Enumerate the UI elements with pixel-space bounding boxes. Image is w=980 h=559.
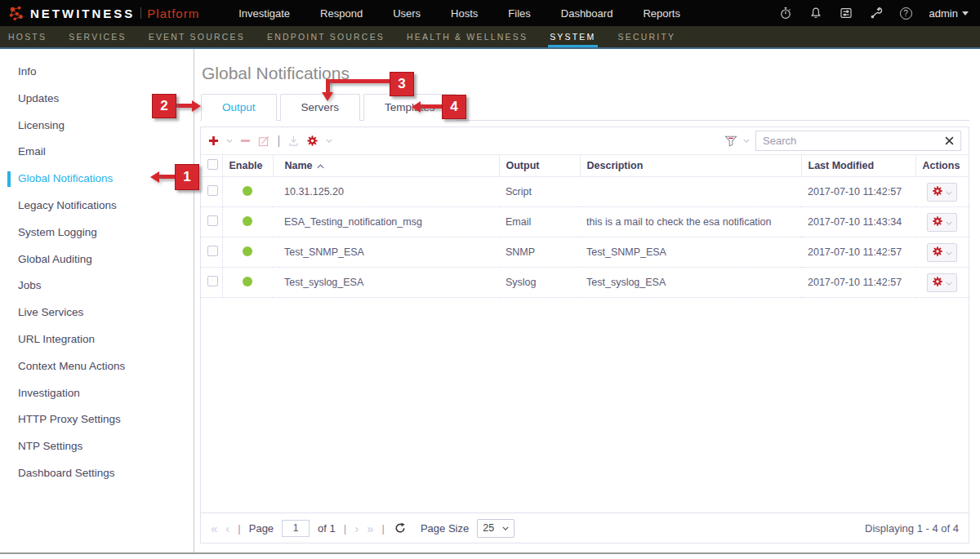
column-header-output[interactable]: Output bbox=[499, 155, 580, 177]
sidebar-item-ntp-settings[interactable]: NTP Settings bbox=[0, 433, 194, 460]
filter-chevron-icon[interactable] bbox=[743, 139, 750, 143]
menu-investigate[interactable]: Investigate bbox=[238, 7, 290, 20]
jobs-panel-icon[interactable] bbox=[840, 7, 853, 20]
subnav-health-wellness[interactable]: HEALTH & WELLNESS bbox=[407, 26, 528, 47]
gear-dropdown-chevron-icon[interactable] bbox=[326, 139, 332, 143]
chevron-down-icon bbox=[946, 246, 952, 258]
delete-button bbox=[240, 135, 251, 146]
user-name: admin bbox=[929, 7, 958, 20]
sidebar-item-legacy-notifications[interactable]: Legacy Notifications bbox=[0, 193, 194, 220]
subnav-hosts[interactable]: HOSTS bbox=[8, 26, 47, 47]
subnav-endpoint-sources[interactable]: ENDPOINT SOURCES bbox=[267, 26, 385, 47]
main-content: Global Notifications Output Servers Temp… bbox=[194, 49, 980, 552]
sidebar-item-dashboard-settings[interactable]: Dashboard Settings bbox=[0, 460, 194, 487]
column-header-enable[interactable]: Enable bbox=[222, 155, 273, 177]
add-button[interactable] bbox=[208, 135, 219, 146]
menu-respond[interactable]: Respond bbox=[320, 7, 363, 20]
table-row[interactable]: Test_SNMP_ESA SNMP Test_SNMP_ESA 2017-07… bbox=[201, 237, 969, 268]
edit-button bbox=[258, 135, 270, 147]
page-of-label: of 1 bbox=[318, 522, 336, 535]
help-icon[interactable]: ? bbox=[900, 7, 912, 20]
menu-dashboard[interactable]: Dashboard bbox=[561, 7, 613, 20]
table-row[interactable]: 10.31.125.20 Script 2017-07-10 11:42:57 bbox=[201, 177, 969, 207]
sidebar-item-global-notifications[interactable]: Global Notifications bbox=[0, 166, 194, 193]
user-menu[interactable]: admin bbox=[929, 7, 969, 20]
column-header-actions[interactable]: Actions bbox=[915, 155, 969, 177]
sidebar-item-live-services[interactable]: Live Services bbox=[0, 299, 194, 326]
sidebar-item-global-auditing[interactable]: Global Auditing bbox=[0, 246, 194, 273]
refresh-icon[interactable] bbox=[394, 522, 406, 534]
brand-divider bbox=[140, 7, 141, 19]
sort-asc-icon bbox=[317, 164, 324, 169]
menu-hosts[interactable]: Hosts bbox=[451, 7, 478, 20]
timer-icon[interactable] bbox=[779, 7, 792, 20]
search-input[interactable] bbox=[763, 135, 940, 147]
next-page-button: › bbox=[354, 522, 359, 535]
cell-name: Test_syslog_ESA bbox=[273, 268, 499, 298]
prev-page-button: ‹ bbox=[225, 522, 229, 535]
row-checkbox[interactable] bbox=[207, 185, 218, 196]
sidebar-item-info[interactable]: Info bbox=[0, 59, 194, 86]
sidebar-item-system-logging[interactable]: System Logging bbox=[0, 220, 194, 246]
page-size-label: Page Size bbox=[421, 522, 469, 535]
gear-icon bbox=[932, 246, 943, 260]
cell-last-modified: 2017-07-10 11:43:34 bbox=[801, 207, 915, 237]
sidebar-item-investigation[interactable]: Investigation bbox=[0, 380, 194, 407]
cell-name: Test_SNMP_ESA bbox=[273, 237, 499, 268]
sidebar-item-email[interactable]: Email bbox=[0, 139, 194, 166]
subnav-system[interactable]: SYSTEM bbox=[550, 26, 595, 47]
column-header-description[interactable]: Description bbox=[580, 155, 801, 177]
add-dropdown-chevron-icon[interactable] bbox=[226, 139, 233, 143]
table-row[interactable]: Test_syslog_ESA Syslog Test_syslog_ESA 2… bbox=[201, 268, 969, 298]
cell-description: Test_syslog_ESA bbox=[580, 268, 801, 298]
table-row[interactable]: ESA_Testing_notification_msg Email this … bbox=[201, 207, 969, 237]
sidebar-item-url-integration[interactable]: URL Integration bbox=[0, 326, 194, 353]
row-actions-gear-button[interactable] bbox=[927, 183, 957, 202]
netwitness-logo-icon bbox=[8, 5, 24, 21]
row-checkbox[interactable] bbox=[207, 215, 218, 226]
subnav-services[interactable]: SERVICES bbox=[69, 26, 127, 47]
row-checkbox[interactable] bbox=[207, 276, 218, 286]
sidebar-item-jobs[interactable]: Jobs bbox=[0, 273, 194, 299]
pager-separator: | bbox=[382, 522, 385, 535]
tab-servers[interactable]: Servers bbox=[280, 94, 361, 121]
callout-4-badge: 4 bbox=[442, 95, 466, 119]
window-bottom-border bbox=[0, 552, 980, 559]
menu-reports[interactable]: Reports bbox=[643, 7, 680, 20]
filter-funnel-icon[interactable] bbox=[724, 135, 737, 147]
column-header-name[interactable]: Name bbox=[273, 155, 499, 177]
page-label: Page bbox=[249, 522, 274, 535]
clear-search-icon[interactable] bbox=[945, 136, 954, 145]
select-all-checkbox[interactable] bbox=[207, 159, 218, 170]
row-checkbox[interactable] bbox=[207, 246, 218, 256]
netwitness-logo[interactable]: NETWITNESS Platform bbox=[8, 5, 199, 21]
enabled-indicator bbox=[243, 277, 252, 286]
displaying-count: Displaying 1 - 4 of 4 bbox=[865, 522, 959, 535]
row-actions-gear-button[interactable] bbox=[927, 243, 957, 262]
top-right-controls: ? admin bbox=[779, 7, 980, 20]
cell-last-modified: 2017-07-10 11:42:57 bbox=[801, 177, 915, 207]
select-all-header[interactable] bbox=[201, 155, 222, 177]
toolbar-gear-button[interactable] bbox=[306, 135, 318, 147]
pager-separator: | bbox=[238, 522, 240, 535]
row-actions-gear-button[interactable] bbox=[927, 213, 957, 232]
menu-users[interactable]: Users bbox=[393, 7, 421, 20]
page-size-select[interactable]: 25 bbox=[477, 519, 514, 538]
tab-output[interactable]: Output bbox=[201, 94, 277, 121]
page-number-input[interactable] bbox=[282, 520, 310, 537]
cell-output: SNMP bbox=[499, 237, 580, 268]
notifications-bell-icon[interactable] bbox=[809, 7, 822, 20]
page-title: Global Notifications bbox=[200, 49, 969, 93]
row-actions-gear-button[interactable] bbox=[927, 273, 957, 292]
sidebar-item-http-proxy-settings[interactable]: HTTP Proxy Settings bbox=[0, 406, 194, 433]
page-size-value: 25 bbox=[483, 522, 494, 534]
sidebar-item-context-menu-actions[interactable]: Context Menu Actions bbox=[0, 353, 194, 380]
column-header-last-modified[interactable]: Last Modified bbox=[801, 155, 915, 177]
tools-icon[interactable] bbox=[870, 7, 883, 20]
cell-description: Test_SNMP_ESA bbox=[580, 237, 801, 268]
callout-3-badge: 3 bbox=[390, 72, 414, 96]
menu-files[interactable]: Files bbox=[508, 7, 530, 20]
cell-name: ESA_Testing_notification_msg bbox=[273, 207, 499, 237]
subnav-event-sources[interactable]: EVENT SOURCES bbox=[149, 26, 245, 47]
subnav-security[interactable]: SECURITY bbox=[618, 26, 676, 47]
